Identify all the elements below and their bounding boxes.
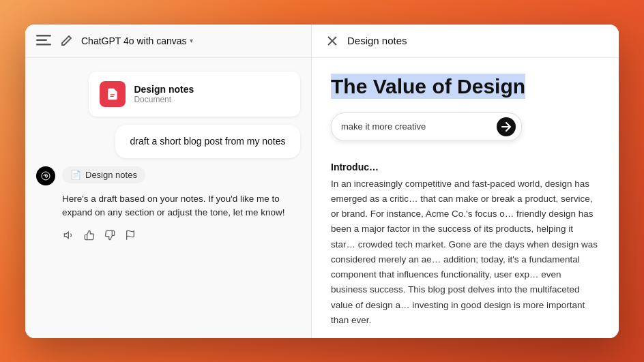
assistant-row: 📄 Design notes <box>36 166 300 185</box>
app-window: ChatGPT 4o with canvas ▾ Design notes D <box>25 25 619 338</box>
user-message-text: draft a short blog post from my notes <box>130 136 286 147</box>
design-notes-tag-label: Design notes <box>85 170 137 180</box>
right-content: The Value of Design Introduc… In a <box>312 58 619 338</box>
blog-title-wrapper: The Value of Design <box>331 74 600 99</box>
intro-body: In an increasingly competitive and fast-… <box>331 177 600 329</box>
blog-title: The Value of Design <box>331 74 525 99</box>
right-panel: Design notes The Value of Design <box>312 25 619 338</box>
intro-label: Introduc… <box>331 162 600 172</box>
sidebar-toggle-button[interactable] <box>36 35 51 47</box>
right-header: Design notes <box>312 25 619 58</box>
inline-prompt-input[interactable] <box>341 121 491 132</box>
thumbs-down-icon[interactable] <box>103 228 117 242</box>
chevron-down-icon: ▾ <box>190 37 193 44</box>
inline-send-button[interactable] <box>497 117 516 136</box>
assistant-message-text: Here's a draft based on your notes. If y… <box>62 192 300 221</box>
left-header: ChatGPT 4o with canvas ▾ <box>25 25 311 58</box>
svg-rect-2 <box>36 44 51 46</box>
doc-title: Design notes <box>134 84 194 95</box>
design-notes-tag[interactable]: 📄 Design notes <box>62 166 145 183</box>
doc-info: Design notes Document <box>134 84 194 104</box>
model-label: ChatGPT 4o with canvas <box>81 35 187 46</box>
model-selector[interactable]: ChatGPT 4o with canvas ▾ <box>81 35 193 46</box>
assistant-section: 📄 Design notes Here's a draft based on y… <box>36 166 300 250</box>
design-notes-tag-icon: 📄 <box>70 170 81 180</box>
document-card[interactable]: Design notes Document <box>89 72 300 117</box>
doc-subtitle: Document <box>134 95 194 104</box>
left-panel: ChatGPT 4o with canvas ▾ Design notes D <box>25 25 312 338</box>
canvas-title: Design notes <box>347 35 407 46</box>
svg-rect-1 <box>36 39 47 41</box>
feedback-row <box>62 228 300 242</box>
speaker-icon[interactable] <box>62 228 76 242</box>
inline-prompt-bar <box>331 112 522 141</box>
flag-icon[interactable] <box>123 228 137 242</box>
svg-point-6 <box>45 175 47 177</box>
thumbs-up-icon[interactable] <box>83 228 96 242</box>
doc-icon <box>100 81 126 107</box>
left-content: Design notes Document draft a short blog… <box>25 58 311 338</box>
close-button[interactable] <box>325 34 339 48</box>
assistant-avatar <box>36 166 55 185</box>
svg-rect-0 <box>36 35 51 37</box>
user-message-bubble: draft a short blog post from my notes <box>115 125 300 158</box>
edit-icon[interactable] <box>59 34 73 48</box>
svg-marker-7 <box>64 232 68 239</box>
